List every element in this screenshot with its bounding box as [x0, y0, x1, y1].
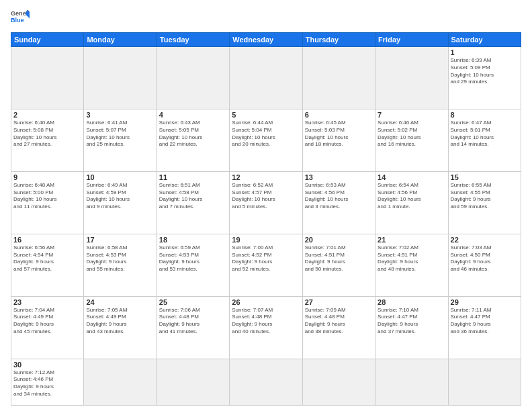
calendar-cell: 5Sunrise: 6:44 AM Sunset: 5:04 PM Daylig… [230, 109, 302, 171]
day-number: 21 [378, 236, 445, 244]
calendar-cell: 21Sunrise: 7:02 AM Sunset: 4:51 PM Dayli… [375, 234, 448, 296]
day-info: Sunrise: 6:44 AM Sunset: 5:04 PM Dayligh… [232, 120, 300, 148]
day-info: Sunrise: 6:53 AM Sunset: 4:56 PM Dayligh… [305, 182, 373, 211]
calendar-cell: 14Sunrise: 6:54 AM Sunset: 4:56 PM Dayli… [375, 171, 448, 234]
day-info: Sunrise: 7:06 AM Sunset: 4:48 PM Dayligh… [159, 307, 227, 336]
calendar-cell: 16Sunrise: 6:56 AM Sunset: 4:54 PM Dayli… [11, 234, 84, 296]
day-number: 27 [305, 298, 373, 306]
day-number: 14 [378, 173, 445, 181]
day-number: 28 [378, 298, 445, 306]
calendar-cell: 2Sunrise: 6:40 AM Sunset: 5:08 PM Daylig… [11, 109, 84, 171]
day-number: 15 [451, 173, 519, 181]
day-info: Sunrise: 7:09 AM Sunset: 4:48 PM Dayligh… [305, 307, 373, 336]
day-info: Sunrise: 6:45 AM Sunset: 5:03 PM Dayligh… [305, 120, 373, 148]
calendar-cell: 26Sunrise: 7:07 AM Sunset: 4:48 PM Dayli… [230, 296, 302, 359]
day-number: 11 [159, 173, 227, 181]
day-info: Sunrise: 6:52 AM Sunset: 4:57 PM Dayligh… [232, 182, 300, 211]
day-number: 25 [159, 298, 227, 306]
day-info: Sunrise: 6:49 AM Sunset: 4:59 PM Dayligh… [86, 182, 154, 211]
day-number: 9 [13, 173, 81, 181]
day-number: 24 [86, 298, 154, 306]
day-number: 20 [305, 236, 373, 244]
day-info: Sunrise: 7:12 AM Sunset: 4:46 PM Dayligh… [13, 369, 81, 398]
day-number: 6 [305, 111, 373, 119]
day-number: 16 [13, 236, 81, 244]
calendar-week-2: 2Sunrise: 6:40 AM Sunset: 5:08 PM Daylig… [11, 109, 521, 171]
day-number: 19 [232, 236, 300, 244]
day-number: 5 [232, 111, 300, 119]
calendar-cell [375, 359, 448, 405]
day-info: Sunrise: 6:41 AM Sunset: 5:07 PM Dayligh… [86, 120, 154, 148]
day-info: Sunrise: 6:54 AM Sunset: 4:56 PM Dayligh… [378, 182, 445, 211]
weekday-header-wednesday: Wednesday [230, 33, 302, 47]
day-info: Sunrise: 7:01 AM Sunset: 4:51 PM Dayligh… [305, 244, 373, 273]
calendar-cell: 18Sunrise: 6:59 AM Sunset: 4:53 PM Dayli… [157, 234, 229, 296]
calendar-week-3: 9Sunrise: 6:48 AM Sunset: 5:00 PM Daylig… [11, 171, 521, 234]
calendar-cell: 22Sunrise: 7:03 AM Sunset: 4:50 PM Dayli… [448, 234, 521, 296]
logo: General Blue [11, 8, 32, 27]
calendar-cell: 8Sunrise: 6:47 AM Sunset: 5:01 PM Daylig… [448, 109, 521, 171]
weekday-header-monday: Monday [84, 33, 157, 47]
day-info: Sunrise: 6:46 AM Sunset: 5:02 PM Dayligh… [378, 120, 445, 148]
calendar-cell: 24Sunrise: 7:05 AM Sunset: 4:49 PM Dayli… [84, 296, 157, 359]
weekday-header-friday: Friday [375, 33, 448, 47]
day-info: Sunrise: 6:39 AM Sunset: 5:09 PM Dayligh… [451, 57, 519, 86]
day-number: 4 [159, 111, 227, 119]
weekday-header-sunday: Sunday [11, 33, 84, 47]
calendar-cell [84, 47, 157, 109]
day-info: Sunrise: 7:00 AM Sunset: 4:52 PM Dayligh… [232, 244, 300, 273]
day-info: Sunrise: 6:55 AM Sunset: 4:55 PM Dayligh… [451, 182, 519, 211]
calendar-cell: 7Sunrise: 6:46 AM Sunset: 5:02 PM Daylig… [375, 109, 448, 171]
calendar-week-6: 30Sunrise: 7:12 AM Sunset: 4:46 PM Dayli… [11, 359, 521, 405]
calendar-cell [302, 47, 375, 109]
day-info: Sunrise: 6:47 AM Sunset: 5:01 PM Dayligh… [451, 120, 519, 148]
calendar-week-1: 1Sunrise: 6:39 AM Sunset: 5:09 PM Daylig… [11, 47, 521, 109]
calendar-cell [84, 359, 157, 405]
calendar-cell: 28Sunrise: 7:10 AM Sunset: 4:47 PM Dayli… [375, 296, 448, 359]
day-info: Sunrise: 7:02 AM Sunset: 4:51 PM Dayligh… [378, 244, 445, 273]
day-info: Sunrise: 6:59 AM Sunset: 4:53 PM Dayligh… [159, 244, 227, 273]
calendar-cell: 1Sunrise: 6:39 AM Sunset: 5:09 PM Daylig… [448, 47, 521, 109]
day-number: 22 [451, 236, 519, 244]
day-info: Sunrise: 6:43 AM Sunset: 5:05 PM Dayligh… [159, 120, 227, 148]
day-info: Sunrise: 7:04 AM Sunset: 4:49 PM Dayligh… [13, 307, 81, 336]
calendar-cell [157, 359, 229, 405]
day-number: 29 [451, 298, 519, 306]
calendar-cell: 19Sunrise: 7:00 AM Sunset: 4:52 PM Dayli… [230, 234, 302, 296]
day-number: 7 [378, 111, 445, 119]
day-number: 18 [159, 236, 227, 244]
day-number: 12 [232, 173, 300, 181]
weekday-header-tuesday: Tuesday [157, 33, 229, 47]
day-number: 30 [13, 361, 81, 369]
day-number: 8 [451, 111, 519, 119]
calendar-cell: 4Sunrise: 6:43 AM Sunset: 5:05 PM Daylig… [157, 109, 229, 171]
day-info: Sunrise: 6:40 AM Sunset: 5:08 PM Dayligh… [13, 120, 81, 148]
calendar-cell: 6Sunrise: 6:45 AM Sunset: 5:03 PM Daylig… [302, 109, 375, 171]
calendar-cell: 15Sunrise: 6:55 AM Sunset: 4:55 PM Dayli… [448, 171, 521, 234]
calendar-week-5: 23Sunrise: 7:04 AM Sunset: 4:49 PM Dayli… [11, 296, 521, 359]
calendar-cell: 17Sunrise: 6:58 AM Sunset: 4:53 PM Dayli… [84, 234, 157, 296]
calendar-cell: 10Sunrise: 6:49 AM Sunset: 4:59 PM Dayli… [84, 171, 157, 234]
calendar-cell [375, 47, 448, 109]
calendar-cell: 9Sunrise: 6:48 AM Sunset: 5:00 PM Daylig… [11, 171, 84, 234]
calendar-cell: 13Sunrise: 6:53 AM Sunset: 4:56 PM Dayli… [302, 171, 375, 234]
day-info: Sunrise: 7:11 AM Sunset: 4:47 PM Dayligh… [451, 307, 519, 336]
calendar-cell: 11Sunrise: 6:51 AM Sunset: 4:58 PM Dayli… [157, 171, 229, 234]
day-info: Sunrise: 7:03 AM Sunset: 4:50 PM Dayligh… [451, 244, 519, 273]
calendar-cell: 25Sunrise: 7:06 AM Sunset: 4:48 PM Dayli… [157, 296, 229, 359]
day-number: 2 [13, 111, 81, 119]
header: General Blue [11, 8, 521, 27]
calendar-cell: 20Sunrise: 7:01 AM Sunset: 4:51 PM Dayli… [302, 234, 375, 296]
day-info: Sunrise: 7:05 AM Sunset: 4:49 PM Dayligh… [86, 307, 154, 336]
logo-icon: General Blue [11, 8, 30, 27]
day-info: Sunrise: 6:51 AM Sunset: 4:58 PM Dayligh… [159, 182, 227, 211]
day-number: 1 [451, 48, 519, 56]
day-number: 23 [13, 298, 81, 306]
weekday-header-saturday: Saturday [448, 33, 521, 47]
calendar-cell [230, 47, 302, 109]
day-number: 3 [86, 111, 154, 119]
day-info: Sunrise: 6:48 AM Sunset: 5:00 PM Dayligh… [13, 182, 81, 211]
calendar-cell [11, 47, 84, 109]
day-number: 10 [86, 173, 154, 181]
calendar-cell: 3Sunrise: 6:41 AM Sunset: 5:07 PM Daylig… [84, 109, 157, 171]
